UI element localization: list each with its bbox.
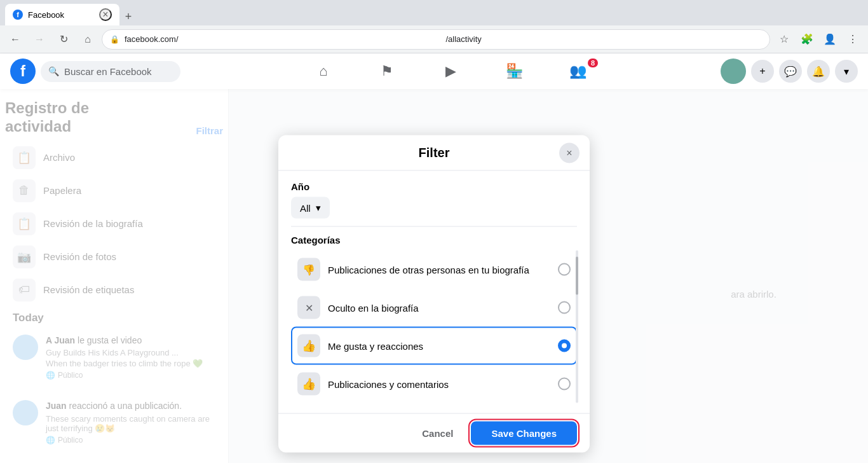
category-item-3[interactable]: 👍 Me gusta y reacciones bbox=[291, 327, 577, 365]
modal-overlay: Filter × Año All ▾ Categorías 👎 Pub bbox=[0, 89, 868, 463]
nav-flag[interactable]: ⚑ bbox=[356, 56, 417, 86]
account-menu-button[interactable]: ▾ bbox=[835, 60, 858, 83]
lock-icon: 🔒 bbox=[110, 35, 119, 44]
nav-video[interactable]: ▶ bbox=[420, 56, 481, 86]
profile-button[interactable]: 👤 bbox=[820, 29, 840, 50]
refresh-button[interactable]: ↻ bbox=[53, 29, 74, 50]
category-label-1: Publicaciones de otras personas en tu bi… bbox=[328, 264, 550, 275]
search-icon: 🔍 bbox=[48, 66, 59, 76]
modal-close-button[interactable]: × bbox=[559, 142, 580, 163]
notifications-button[interactable]: 🔔 bbox=[807, 60, 830, 83]
scrollbar-thumb[interactable] bbox=[576, 257, 578, 295]
fb-search-bar[interactable]: 🔍 Buscar en Facebook bbox=[41, 61, 180, 82]
groups-badge: 8 bbox=[588, 59, 598, 67]
fb-logo[interactable]: f bbox=[10, 59, 36, 84]
modal-title: Filter bbox=[419, 146, 450, 160]
back-button[interactable]: ← bbox=[5, 29, 25, 50]
category-icon-4: 👍 bbox=[297, 373, 320, 396]
save-changes-button[interactable]: Save Changes bbox=[471, 422, 577, 445]
tab-title: Facebook bbox=[28, 10, 64, 20]
toolbar-actions: ☆ 🧩 👤 ⋮ bbox=[774, 29, 863, 50]
category-item-2[interactable]: ✕ Oculto en la biografía bbox=[291, 289, 577, 327]
divider bbox=[291, 226, 577, 227]
category-icon-1: 👎 bbox=[297, 258, 320, 281]
url-base: facebook.com/ bbox=[125, 34, 441, 44]
tab-close-button[interactable]: × bbox=[99, 8, 112, 21]
year-dropdown-icon: ▾ bbox=[316, 202, 321, 214]
radio-btn-2[interactable] bbox=[558, 301, 571, 314]
user-avatar[interactable] bbox=[721, 59, 746, 84]
url-path: /allactivity bbox=[446, 34, 763, 44]
category-item-4[interactable]: 👍 Publicaciones y comentarios bbox=[291, 365, 577, 403]
fb-layout: Registro de actividad Filtrar 📋 Archivo … bbox=[0, 89, 868, 463]
nav-groups[interactable]: 👥 8 bbox=[547, 56, 608, 86]
search-placeholder: Buscar en Facebook bbox=[64, 66, 152, 77]
extensions-button[interactable]: 🧩 bbox=[797, 29, 817, 50]
category-label-4: Publicaciones y comentarios bbox=[328, 378, 550, 389]
active-tab: f Facebook × bbox=[5, 4, 119, 25]
year-section-label: Año bbox=[291, 181, 577, 192]
tab-bar: f Facebook × + bbox=[5, 0, 137, 25]
modal-header: Filter × bbox=[278, 135, 590, 171]
fb-right-actions: + 💬 🔔 ▾ bbox=[721, 59, 858, 84]
modal-body: Año All ▾ Categorías 👎 Publicaciones de … bbox=[278, 171, 590, 413]
filter-modal: Filter × Año All ▾ Categorías 👎 Pub bbox=[278, 135, 590, 453]
modal-footer: Cancel Save Changes bbox=[278, 413, 590, 453]
messenger-button[interactable]: 💬 bbox=[779, 60, 802, 83]
year-value: All bbox=[300, 202, 311, 213]
year-dropdown[interactable]: All ▾ bbox=[291, 197, 330, 219]
browser-toolbar: ← → ↻ ⌂ 🔒 facebook.com/ /allactivity ☆ 🧩… bbox=[0, 25, 868, 53]
nav-home[interactable]: ⌂ bbox=[293, 56, 354, 86]
radio-btn-1[interactable] bbox=[558, 263, 571, 276]
browser-chrome: f Facebook × + bbox=[0, 0, 868, 25]
categories-list: 👎 Publicaciones de otras personas en tu … bbox=[291, 251, 577, 403]
forward-button[interactable]: → bbox=[29, 29, 50, 50]
fb-header: f 🔍 Buscar en Facebook ⌂ ⚑ ▶ 🏪 👥 8 + 💬 🔔… bbox=[0, 53, 868, 89]
home-button[interactable]: ⌂ bbox=[78, 29, 98, 50]
star-button[interactable]: ☆ bbox=[774, 29, 794, 50]
category-icon-2: ✕ bbox=[297, 296, 320, 319]
address-bar[interactable]: 🔒 facebook.com/ /allactivity bbox=[102, 29, 770, 50]
add-button[interactable]: + bbox=[751, 60, 774, 83]
scrollbar-track bbox=[576, 251, 578, 403]
category-icon-3: 👍 bbox=[297, 335, 320, 357]
cancel-button[interactable]: Cancel bbox=[412, 423, 463, 444]
category-label-2: Oculto en la biografía bbox=[328, 302, 550, 313]
new-tab-button[interactable]: + bbox=[119, 8, 137, 25]
more-button[interactable]: ⋮ bbox=[843, 29, 863, 50]
tab-favicon: f bbox=[13, 10, 23, 20]
fb-nav: ⌂ ⚑ ▶ 🏪 👥 8 bbox=[180, 56, 721, 86]
category-item-1[interactable]: 👎 Publicaciones de otras personas en tu … bbox=[291, 251, 577, 289]
categories-label: Categorías bbox=[291, 235, 577, 245]
radio-btn-3[interactable] bbox=[558, 340, 571, 352]
radio-btn-4[interactable] bbox=[558, 378, 571, 390]
category-label-3: Me gusta y reacciones bbox=[328, 340, 550, 351]
nav-store[interactable]: 🏪 bbox=[484, 56, 545, 86]
categories-scroll-container: 👎 Publicaciones de otras personas en tu … bbox=[291, 251, 577, 403]
